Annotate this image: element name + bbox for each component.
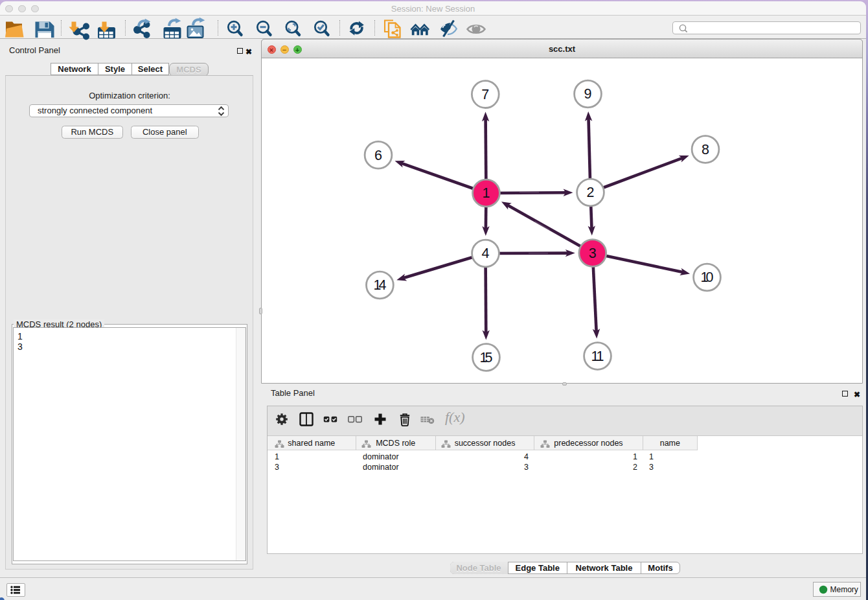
svg-text:8: 8 [702, 142, 709, 157]
svg-text:6: 6 [374, 148, 382, 163]
svg-text:2: 2 [587, 185, 595, 200]
svg-text:14: 14 [373, 277, 386, 293]
svg-text:10: 10 [701, 270, 714, 285]
svg-text:3: 3 [589, 246, 597, 261]
svg-text:4: 4 [482, 246, 490, 261]
svg-text:1: 1 [483, 185, 490, 201]
svg-text:7: 7 [481, 87, 489, 102]
svg-text:9: 9 [584, 86, 592, 102]
svg-text:15: 15 [480, 350, 493, 365]
svg-text:11: 11 [591, 349, 604, 364]
